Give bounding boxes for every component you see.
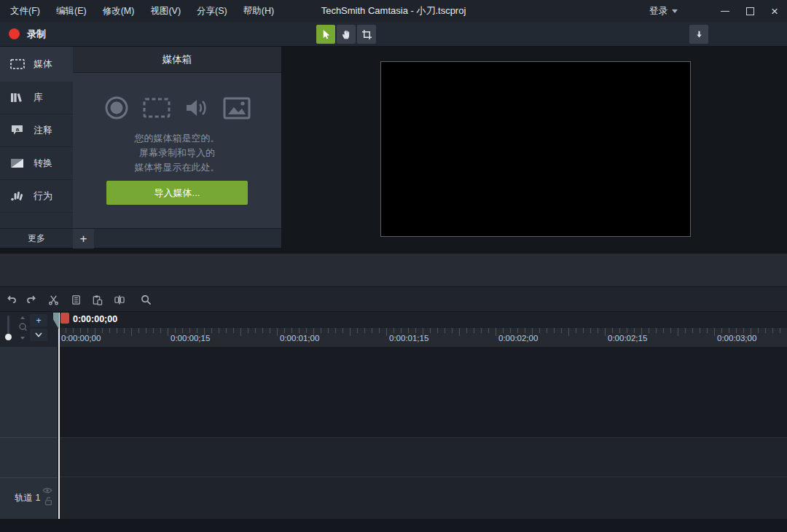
track-height-slider-knob[interactable] <box>5 334 12 340</box>
record-icon <box>9 28 20 39</box>
maximize-button[interactable] <box>737 0 762 22</box>
more-tools-button[interactable]: 更多 <box>0 232 73 245</box>
ruler-tick <box>721 328 722 333</box>
ruler-tick <box>248 328 248 333</box>
timeline-zoom-button[interactable] <box>137 291 154 308</box>
ruler-tick <box>189 328 190 333</box>
crop-tool-button[interactable] <box>357 25 376 44</box>
signin-button[interactable]: 登录 <box>649 0 678 22</box>
track1-label: 轨道 1 <box>15 492 40 504</box>
ruler-tick <box>138 328 139 333</box>
copy-button[interactable] <box>67 291 85 308</box>
playback-bar: 00:00 / 00:00 30 fps 属性 <box>0 254 787 287</box>
ruler-tick <box>66 328 66 333</box>
ruler-tick <box>590 328 591 333</box>
timeline-ruler[interactable]: 0:00:00;00 0:00:00;15 0:00:01;00 0:00:01… <box>58 312 787 347</box>
ruler-tick <box>146 328 146 333</box>
signin-label: 登录 <box>649 5 667 17</box>
ruler-tick <box>539 328 540 333</box>
sidebar-item-label: 库 <box>34 91 43 104</box>
sidebar-item-label: 行为 <box>34 189 52 203</box>
track-lock-toggle[interactable] <box>44 496 52 506</box>
sidebar-item-annotations[interactable]: a 注释 <box>0 114 73 147</box>
ruler-tick <box>321 328 321 333</box>
undo-button[interactable] <box>3 291 20 308</box>
ruler-label: 0:00:02;15 <box>608 334 647 343</box>
ruler-tick <box>692 328 693 333</box>
ruler-tick <box>117 328 117 333</box>
split-button[interactable] <box>111 291 128 308</box>
ruler-tick <box>328 328 329 333</box>
ruler-tick <box>350 328 351 336</box>
annotation-bubble-icon: a <box>10 125 25 136</box>
empty-track-lane[interactable] <box>58 437 787 477</box>
redo-button[interactable] <box>23 291 40 308</box>
ruler-tick <box>547 328 547 333</box>
track-options-button[interactable] <box>30 329 47 341</box>
horizontal-scrollbar <box>0 519 787 532</box>
ruler-tick <box>291 328 292 333</box>
copy-icon <box>71 294 82 305</box>
timeline-tracks-area[interactable] <box>58 347 787 519</box>
ruler-tick <box>466 328 467 333</box>
sidebar-item-behaviors[interactable]: 行为 <box>0 180 73 213</box>
film-strip-icon <box>143 96 171 120</box>
add-track-button[interactable]: + <box>30 314 47 326</box>
import-media-button[interactable]: 导入媒体... <box>106 181 248 205</box>
ruler-tick <box>182 328 183 333</box>
track1-lane[interactable] <box>58 477 787 519</box>
ruler-tick <box>619 328 620 333</box>
ruler-top-strip <box>58 312 787 328</box>
menu-edit[interactable]: 编辑(E) <box>48 0 95 22</box>
panel-bottom-bar: 更多 + <box>0 228 281 249</box>
ruler-tick <box>605 328 606 336</box>
tools-sidebar: 媒体 库 a 注释 转换 行为 <box>0 47 73 228</box>
minimize-icon <box>721 11 729 12</box>
sidebar-item-library[interactable]: 库 <box>0 82 73 114</box>
ruler-tick <box>576 328 576 333</box>
menu-help[interactable]: 帮助(H) <box>235 0 282 22</box>
ruler-tick <box>430 328 431 333</box>
ruler-label: 0:00:01;00 <box>280 334 319 343</box>
ruler-tick <box>598 328 598 333</box>
record-circle-icon <box>103 95 130 121</box>
ruler-tick <box>525 328 525 333</box>
magnifier-icon <box>141 294 152 305</box>
ruler-label: 0:00:03;00 <box>717 334 756 343</box>
media-bin-header: 媒体箱 <box>73 47 281 73</box>
redo-icon <box>26 294 37 305</box>
cursor-tool-button[interactable] <box>316 25 335 44</box>
ruler-tick <box>612 328 613 333</box>
record-button[interactable]: 录制 <box>9 22 46 46</box>
ruler-tick <box>168 328 168 336</box>
menu-view[interactable]: 视图(V) <box>142 0 189 22</box>
ruler-tick <box>131 328 132 336</box>
split-icon <box>114 294 125 305</box>
export-download-button[interactable] <box>689 25 708 44</box>
ruler-tick <box>73 328 74 333</box>
preview-stage[interactable] <box>380 61 691 237</box>
menu-share[interactable]: 分享(S) <box>189 0 235 22</box>
playhead-out-marker[interactable] <box>60 313 69 324</box>
cursor-icon <box>321 29 332 40</box>
sidebar-item-label: 转换 <box>34 157 52 170</box>
track-visibility-toggle[interactable] <box>42 487 52 494</box>
ruler-tick <box>80 328 81 333</box>
pan-tool-button[interactable] <box>337 25 356 44</box>
ruler-tick <box>729 328 729 333</box>
sidebar-item-media[interactable]: 媒体 <box>0 47 73 82</box>
ruler-label: 0:00:01;15 <box>389 334 428 343</box>
playhead-line[interactable] <box>58 313 60 519</box>
close-button[interactable]: × <box>762 0 787 22</box>
ruler-tick <box>758 328 759 333</box>
menu-modify[interactable]: 修改(M) <box>95 0 143 22</box>
add-media-button[interactable]: + <box>73 229 94 249</box>
sidebar-item-transitions[interactable]: 转换 <box>0 147 73 180</box>
ruler-tick <box>379 328 380 333</box>
ruler-tick <box>678 328 678 336</box>
ruler-tick <box>284 328 285 333</box>
menu-file[interactable]: 文件(F) <box>2 0 48 22</box>
cut-button[interactable] <box>44 291 62 308</box>
minimize-button[interactable] <box>713 0 737 22</box>
paste-button[interactable] <box>88 291 106 308</box>
